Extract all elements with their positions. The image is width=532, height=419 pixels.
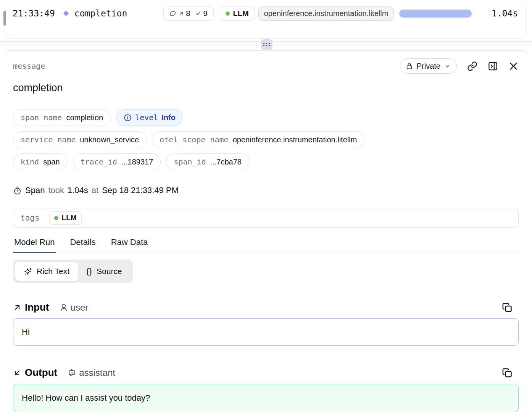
view-mode-toggle: Rich Text {} Source xyxy=(13,259,133,283)
tags-label: tags xyxy=(20,213,40,222)
output-section-header: Output assistant xyxy=(13,367,519,379)
attribute-badges: span_name completion level Info service_… xyxy=(13,109,519,170)
llm-kind-badge: LLM xyxy=(220,6,255,21)
level-info-pill: level Info xyxy=(116,109,183,126)
close-icon xyxy=(508,61,519,71)
llm-dot-icon xyxy=(226,11,230,16)
scrollbar-thumb[interactable] xyxy=(3,11,6,26)
input-heading: Input xyxy=(25,301,49,313)
sparkles-icon xyxy=(24,267,32,276)
input-content: Hi xyxy=(22,327,30,337)
tokens-out-arrow-icon xyxy=(195,11,201,16)
rich-text-toggle[interactable]: Rich Text xyxy=(15,262,78,281)
input-role: user xyxy=(59,302,89,313)
span-kind-kicker: message xyxy=(13,61,45,71)
panel-header: message Private xyxy=(13,58,519,74)
tag-dot-icon xyxy=(54,216,58,220)
tokens-in-count: 8 xyxy=(186,9,190,18)
span-duration-value: 1.04s xyxy=(68,185,88,195)
output-heading: Output xyxy=(25,367,57,379)
grip-dots-icon xyxy=(263,43,270,46)
kind-pill: kind span xyxy=(13,153,68,170)
copy-link-button[interactable] xyxy=(467,61,477,71)
bot-icon xyxy=(67,368,77,377)
span-row[interactable]: 21:33:49 completion 8 9 LLM ope xyxy=(5,6,526,21)
span-list-card: 21:33:49 completion 8 9 LLM ope xyxy=(5,6,526,39)
span-start-time: 21:33:49 xyxy=(13,8,55,18)
lock-icon xyxy=(406,63,413,70)
info-icon xyxy=(124,114,132,122)
output-role: assistant xyxy=(67,367,115,378)
resize-grip-handle[interactable] xyxy=(261,39,272,50)
arrow-up-right-icon xyxy=(13,303,21,312)
tab-details[interactable]: Details xyxy=(69,237,97,253)
span-duration: 1.04s xyxy=(492,8,518,18)
privacy-label: Private xyxy=(417,62,440,71)
braces-icon: {} xyxy=(86,267,92,276)
latency-bar xyxy=(399,10,471,18)
detail-tabs: Model Run Details Raw Data xyxy=(13,237,519,253)
timer-icon xyxy=(13,186,22,195)
tab-model-run[interactable]: Model Run xyxy=(13,237,56,253)
panel-resize-gutter xyxy=(0,39,532,50)
span-diamond-icon xyxy=(62,9,70,18)
privacy-dropdown[interactable]: Private xyxy=(400,58,457,74)
tag-llm[interactable]: LLM xyxy=(49,211,82,225)
tags-box: tags LLM xyxy=(13,208,519,228)
llm-kind-label: LLM xyxy=(233,9,249,18)
link-icon xyxy=(467,61,477,71)
tokens-in-arrow-icon xyxy=(178,11,184,16)
otel-scope-badge: openinference.instrumentation.litellm xyxy=(258,6,394,21)
output-content-box: Hello! How can I assist you today? xyxy=(13,384,519,412)
arrow-down-left-icon xyxy=(13,369,21,377)
panel-right-icon xyxy=(488,61,498,71)
span-id-pill[interactable]: span_id ...7cba78 xyxy=(166,153,249,170)
span-detail-panel: message Private xyxy=(4,50,528,419)
copy-icon xyxy=(502,367,513,378)
token-count-badge: 8 9 xyxy=(163,6,213,21)
input-section-header: Input user xyxy=(13,301,519,313)
close-panel-button[interactable] xyxy=(508,61,519,71)
source-toggle[interactable]: {} Source xyxy=(78,262,131,281)
span-row-name: completion xyxy=(74,8,127,18)
page-title: completion xyxy=(13,82,519,94)
trace-id-pill[interactable]: trace_id ...189317 xyxy=(73,153,161,170)
service-name-pill: service_name unknown_service xyxy=(13,131,147,148)
copy-output-button[interactable] xyxy=(502,367,513,378)
span-timestamp: Sep 18 21:33:49 PM xyxy=(102,185,179,195)
token-coin-icon xyxy=(169,10,177,18)
chevron-down-icon xyxy=(444,63,451,69)
copy-input-button[interactable] xyxy=(502,302,513,313)
user-icon xyxy=(59,303,68,312)
tokens-out-count: 9 xyxy=(203,9,207,18)
span-timing-line: Span took 1.04s at Sep 18 21:33:49 PM xyxy=(13,185,519,195)
output-content: Hello! How can I assist you today? xyxy=(22,393,150,403)
copy-icon xyxy=(502,302,513,313)
expand-panel-button[interactable] xyxy=(488,61,498,71)
otel-scope-name-pill: otel_scope_name openinference.instrument… xyxy=(152,131,364,148)
input-content-box: Hi xyxy=(13,318,519,346)
tab-raw-data[interactable]: Raw Data xyxy=(110,237,149,253)
span-name-pill: span_name completion xyxy=(13,109,111,126)
